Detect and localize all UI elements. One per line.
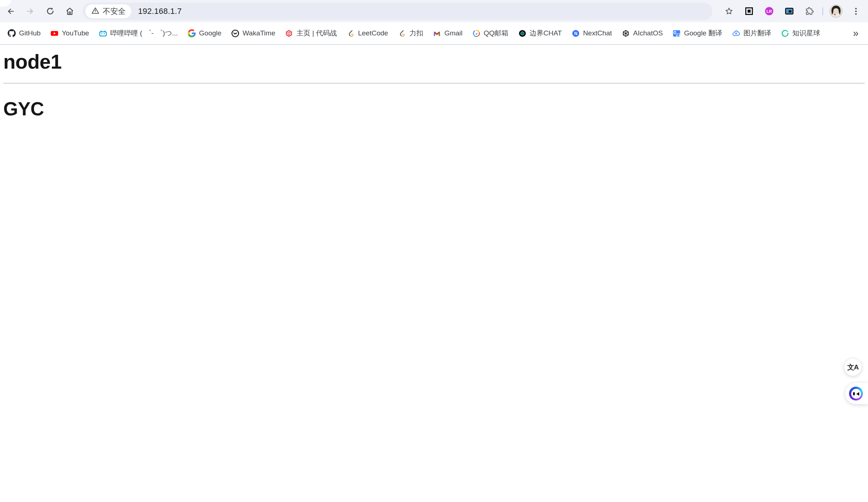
bookmark-zsxq[interactable]: 知识星球 (777, 25, 824, 41)
bookmark-label: 力扣 (409, 28, 423, 38)
svg-text:N: N (574, 31, 578, 36)
bookmark-qqmail[interactable]: QQ邮箱 (468, 25, 513, 41)
boxed-square-extension-button[interactable] (742, 4, 756, 18)
bookmark-github[interactable]: GitHub (4, 25, 45, 41)
bookmark-nextchat[interactable]: N NextChat (568, 25, 616, 41)
security-chip-label: 不安全 (103, 6, 126, 16)
bookmark-label: 知识星球 (792, 28, 820, 38)
back-button[interactable] (4, 4, 18, 18)
bookmark-bilibili[interactable]: 哔哩哔哩 ( ゜- ゜)つ... (95, 25, 182, 41)
bookmark-likou[interactable]: 力扣 (394, 25, 427, 41)
youtube-icon (50, 29, 58, 37)
google-icon (188, 29, 196, 37)
bookmark-google-translate[interactable]: Google 翻译 (669, 25, 726, 41)
bookmark-label: Google 翻译 (684, 28, 722, 38)
boxed-square-extension-icon (744, 6, 754, 16)
page-subtitle: GYC (3, 97, 865, 120)
bilibili-icon (99, 29, 107, 37)
reload-icon (46, 7, 55, 16)
bookmarks-bar: GitHub YouTube 哔哩哔哩 ( ゜- ゜)つ... Google W… (0, 22, 868, 45)
warning-triangle-icon (91, 6, 100, 16)
toolbar-right-group: LR (722, 4, 868, 18)
horizontal-rule (3, 83, 865, 84)
page-title: node1 (3, 50, 865, 74)
gmail-icon (433, 29, 441, 37)
bookmark-label: NextChat (583, 29, 612, 37)
bookmark-pic-translate[interactable]: 图片翻译 (728, 25, 775, 41)
bookmark-star-button[interactable] (722, 4, 736, 18)
profile-avatar[interactable] (829, 4, 843, 18)
monica-assistant-icon (849, 387, 863, 401)
wakatime-icon (231, 29, 239, 37)
bookmark-label: WakaTime (243, 29, 275, 37)
bookmark-google[interactable]: Google (184, 25, 225, 41)
bookmark-aichatos[interactable]: AIchatOS (618, 25, 667, 41)
bookmark-gmail[interactable]: Gmail (429, 25, 467, 41)
bookmark-label: Gmail (444, 29, 462, 37)
bookmark-star-icon (724, 6, 734, 16)
reload-button[interactable] (43, 4, 57, 18)
bookmark-label: 图片翻译 (743, 28, 771, 38)
forward-button[interactable] (23, 4, 37, 18)
red-pinwheel-icon (285, 29, 293, 37)
extensions-button[interactable] (802, 4, 816, 18)
lr-extension-button[interactable]: LR (762, 4, 776, 18)
translate-floating-button[interactable]: 文A (844, 358, 862, 376)
bookmark-label: GitHub (19, 29, 41, 37)
assistant-floating-button[interactable] (845, 383, 868, 404)
back-arrow-icon (6, 7, 15, 16)
address-bar-url[interactable]: 192.168.1.7 (138, 7, 182, 16)
bookmark-wakatime[interactable]: WakaTime (227, 25, 279, 41)
leetcode-icon (347, 29, 355, 37)
svg-text:LR: LR (766, 9, 772, 14)
nextchat-icon: N (572, 29, 580, 37)
bookmarks-list: GitHub YouTube 哔哩哔哩 ( ゜- ゜)つ... Google W… (4, 25, 824, 41)
extensions-puzzle-icon (804, 6, 814, 16)
avatar-image (829, 13, 843, 18)
forward-arrow-icon (26, 7, 35, 16)
bookmark-label: AIchatOS (633, 29, 663, 37)
toolbar-separator (822, 7, 823, 15)
bookmark-label: QQ邮箱 (484, 28, 509, 38)
openai-knot-icon (622, 29, 630, 37)
bookmark-label: LeetCode (358, 29, 388, 37)
picture-in-picture-extension-button[interactable] (782, 4, 796, 18)
security-chip[interactable]: 不安全 (85, 4, 131, 18)
translate-icon: 文A (847, 363, 859, 372)
qqmail-icon (472, 29, 480, 37)
picture-in-picture-extension-icon (784, 6, 794, 16)
green-arc-icon (781, 29, 789, 37)
github-icon (8, 29, 16, 37)
google-translate-icon (673, 29, 681, 37)
page-content: node1 GYC (0, 50, 868, 120)
lr-extension-icon: LR (764, 6, 774, 16)
dark-eye-icon (518, 29, 526, 37)
bookmarks-overflow-button[interactable]: » (847, 28, 864, 39)
home-icon (65, 7, 75, 16)
menu-kebab-icon (851, 7, 861, 16)
bookmark-label: 主页 | 代码战 (296, 28, 337, 38)
home-button[interactable] (63, 4, 77, 18)
nav-button-group (0, 4, 77, 18)
bookmark-label: YouTube (62, 29, 89, 37)
cloud-translate-icon (732, 29, 740, 37)
browser-menu-button[interactable] (849, 4, 863, 18)
bookmark-leetcode[interactable]: LeetCode (343, 25, 392, 41)
browser-toolbar: 不安全 192.168.1.7 LR (0, 0, 868, 22)
bookmark-label: 边界CHAT (530, 28, 562, 38)
bookmark-bianjie-chat[interactable]: 边界CHAT (514, 25, 566, 41)
bookmark-daimazhan[interactable]: 主页 | 代码战 (281, 25, 341, 41)
bookmark-label: 哔哩哔哩 ( ゜- ゜)つ... (110, 28, 178, 38)
bookmark-label: Google (199, 29, 221, 37)
address-bar[interactable]: 不安全 192.168.1.7 (83, 3, 712, 20)
bookmark-youtube[interactable]: YouTube (46, 25, 93, 41)
leetcode-icon (398, 29, 406, 37)
